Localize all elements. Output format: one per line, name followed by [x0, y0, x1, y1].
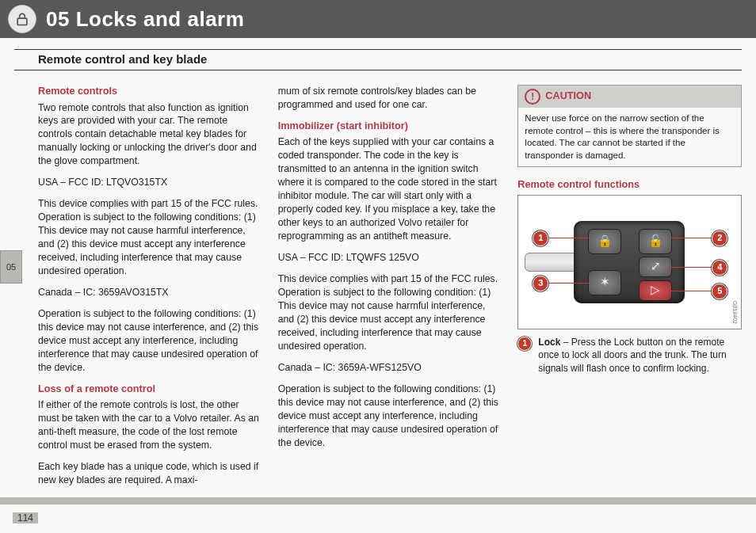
- illustration-id: G018402: [731, 301, 739, 324]
- callout-line: [669, 291, 713, 291]
- callout-5: 5: [712, 284, 727, 299]
- chapter-side-tab: 05: [0, 250, 22, 284]
- trunk-button-icon: ⤢: [639, 257, 672, 277]
- panic-button-icon: ▷: [639, 280, 672, 301]
- callout-2: 2: [712, 230, 727, 246]
- body-text: Each key blade has a unique code, which …: [38, 460, 262, 487]
- body-text: This device complies with part 15 of the…: [278, 272, 502, 353]
- function-lock-label: Lock: [538, 337, 560, 348]
- caution-box: ! CAUTION Never use force on the narrow …: [517, 85, 742, 167]
- chapter-header: 05 Locks and alarm: [0, 0, 756, 38]
- body-text: This device complies with part 15 of the…: [38, 197, 262, 278]
- callout-line: [542, 238, 590, 238]
- body-text: mum of six remote controls/key blades ca…: [278, 85, 502, 112]
- callout-3: 3: [533, 276, 548, 291]
- lock-chapter-icon: [8, 5, 36, 33]
- callout-line: [669, 267, 713, 268]
- footer-stripe: [0, 497, 756, 504]
- callout-1: 1: [533, 230, 548, 246]
- page-number: 114: [13, 512, 38, 523]
- caution-body: Never use force on the narrow section of…: [518, 108, 741, 166]
- heading-remote-functions: Remote control functions: [517, 178, 742, 192]
- body-text: Canada – IC: 3659AVO315TX: [38, 286, 262, 299]
- callout-1-inline: 1: [517, 337, 532, 351]
- heading-loss-remote: Loss of a remote control: [38, 383, 262, 397]
- callout-line: [669, 238, 713, 238]
- caution-header: ! CAUTION: [518, 86, 741, 108]
- body-text: USA – FCC ID: LTQWFS 125VO: [278, 251, 502, 265]
- function-lock-desc: – Press the Lock button on the remote on…: [538, 337, 726, 374]
- heading-immobilizer: Immobilizer (start inhibitor): [278, 120, 502, 134]
- column-1: Remote controls Two remote controls that…: [38, 77, 262, 495]
- body-text: Two remote controls that also function a…: [38, 101, 262, 169]
- section-title: Remote control and key blade: [38, 52, 207, 66]
- body-text: Operation is subject to the following co…: [278, 383, 502, 450]
- lock-button-icon: 🔒: [588, 229, 621, 254]
- function-list-item: 1 Lock – Press the Lock button on the re…: [517, 336, 742, 375]
- chapter-title: 05 Locks and alarm: [46, 7, 244, 32]
- body-text: Canada – IC: 3659A-WFS125VO: [278, 361, 502, 375]
- callout-4: 4: [712, 260, 727, 276]
- callout-line: [542, 283, 590, 284]
- section-bar: Remote control and key blade: [14, 49, 742, 70]
- body-text: If either of the remote controls is lost…: [38, 398, 262, 452]
- body-text: Each of the keys supplied with your car …: [278, 135, 502, 243]
- column-3: ! CAUTION Never use force on the narrow …: [517, 77, 742, 495]
- caution-title: CAUTION: [545, 89, 591, 104]
- key-body-graphic: 🔒 🔓 ✶ ⤢ ▷: [574, 221, 685, 303]
- svg-rect-0: [17, 18, 27, 25]
- remote-illustration: 🔒 🔓 ✶ ⤢ ▷ 1 2 3 4 5 G018402: [517, 195, 742, 329]
- body-text: Operation is subject to the following co…: [38, 307, 262, 375]
- unlock-button-icon: 🔓: [639, 229, 672, 254]
- function-lock-text: Lock – Press the Lock button on the remo…: [538, 336, 742, 375]
- light-button-icon: ✶: [588, 270, 621, 295]
- body-text: USA – FCC ID: LTQVO315TX: [38, 176, 262, 189]
- content-columns: Remote controls Two remote controls that…: [0, 70, 756, 495]
- heading-remote-controls: Remote controls: [38, 85, 262, 99]
- warning-icon: !: [525, 89, 540, 105]
- column-2: mum of six remote controls/key blades ca…: [278, 77, 502, 495]
